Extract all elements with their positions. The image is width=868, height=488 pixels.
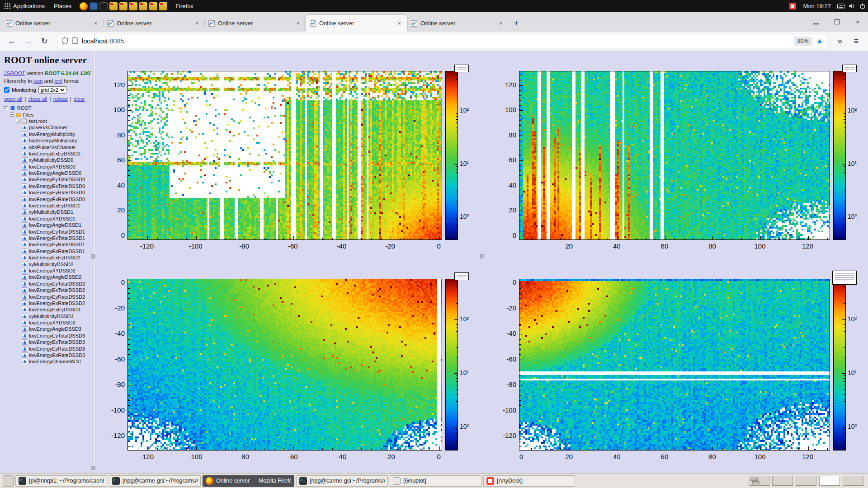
plot-top-left-heatmap-canvas[interactable] xyxy=(127,71,442,240)
workspace-5[interactable] xyxy=(843,476,863,486)
workspace-2[interactable] xyxy=(772,476,793,486)
monitoring-checkbox[interactable] xyxy=(4,87,9,93)
forward-button[interactable]: → xyxy=(21,34,35,48)
tab-close-icon[interactable]: × xyxy=(497,20,504,27)
action-link-close-all[interactable]: close all xyxy=(28,96,47,102)
tree-item[interactable]: lowEnergyExEyDSSD3 xyxy=(29,307,80,312)
anydesk-tray-icon[interactable] xyxy=(789,3,796,9)
app-launcher-icon-4[interactable] xyxy=(139,2,147,10)
tab-close-icon[interactable]: × xyxy=(193,20,200,27)
taskbar-window-4[interactable]: [npg@carme-gsi:~/Programs/caen... xyxy=(296,475,388,487)
tree-item[interactable]: lowEnergyExTotalDSSD2 xyxy=(29,287,85,293)
tree-item[interactable]: lowEnergyExEyDSSD1 xyxy=(29,203,80,208)
tree-item[interactable]: lowEnergyExRateDSSD3 xyxy=(29,352,85,358)
places-menu-button[interactable]: Places xyxy=(49,0,76,12)
layout-select[interactable]: grid 2x2 xyxy=(38,86,66,94)
tree-item[interactable]: lowEnergyExEyDSSD2 xyxy=(29,255,80,260)
stats-box[interactable] xyxy=(842,65,857,72)
workspace-4[interactable] xyxy=(819,476,840,486)
tree-item[interactable]: pulserVsChannel xyxy=(29,125,67,130)
grid-resize-handle-1[interactable] xyxy=(91,254,95,258)
tree-item[interactable]: lowEnergyExTotalDSSD1 xyxy=(29,235,85,241)
tree-item[interactable]: lowEnergyEyTotalDSSD2 xyxy=(29,281,85,286)
tree-item[interactable]: lowEnergyAngleDSSD1 xyxy=(29,222,81,228)
collapse-icon[interactable] xyxy=(16,119,20,123)
tree-item[interactable]: lowEnergyEyRateDSSD0 xyxy=(29,190,85,195)
tree-node-root[interactable]: ROOT xyxy=(17,105,32,111)
tab-online-server-4[interactable]: Online server× xyxy=(306,15,407,32)
focused-app-label[interactable]: Firefox xyxy=(171,0,198,12)
workspace-1[interactable] xyxy=(749,476,769,486)
grid-resize-handle-3[interactable] xyxy=(91,466,95,470)
tree-item[interactable]: highEnergyMultiplicity xyxy=(29,138,77,143)
taskbar-window-5[interactable]: [Gnuplot] xyxy=(390,475,481,487)
tree-item[interactable]: lowEnergyXYDSSD1 xyxy=(29,216,75,221)
tab-online-server-1[interactable]: Online server× xyxy=(2,15,103,32)
tree-item[interactable]: lowEnergyEyTotalDSSD3 xyxy=(29,333,85,338)
tree-item[interactable]: lowEnergyEyRateDSSD1 xyxy=(29,242,85,247)
terminal-blue-launcher-icon[interactable] xyxy=(90,2,98,10)
action-link-reload[interactable]: reload xyxy=(53,96,68,102)
plot-top-right-heatmap-canvas[interactable] xyxy=(519,71,830,240)
tree-item[interactable]: lowEnergyExRateDSSD1 xyxy=(29,249,85,254)
workspace-3[interactable] xyxy=(796,476,816,486)
clock[interactable]: Mon 19:27 xyxy=(799,0,835,12)
tree-node-files[interactable]: Files xyxy=(23,112,33,117)
tree-item[interactable]: lowEnergyChannelADC xyxy=(29,359,81,364)
json-link[interactable]: json xyxy=(33,78,43,84)
app-launcher-icon-3[interactable] xyxy=(129,2,137,10)
taskbar-window-1[interactable]: [pi@nnrpi1: ~/Programs/caenlogg... xyxy=(15,475,107,487)
xml-link[interactable]: xml xyxy=(54,78,62,84)
action-link-open-all[interactable]: open all xyxy=(4,96,22,102)
app-launcher-icon-5[interactable] xyxy=(149,2,157,10)
stats-box[interactable] xyxy=(454,65,469,72)
tree-item[interactable]: lowEnergyAngleDSSD3 xyxy=(29,326,81,332)
tree-item[interactable]: xyMultiplicityDSSD2 xyxy=(29,262,73,267)
tree-item[interactable]: absPulserVsChannel xyxy=(29,145,75,150)
tree-item[interactable]: lowEnergyExRateDSSD2 xyxy=(29,300,85,306)
plot-bottom-left-heatmap-canvas[interactable] xyxy=(127,279,442,450)
stats-box[interactable] xyxy=(832,271,857,285)
tab-online-server-2[interactable]: Online server× xyxy=(103,15,204,32)
zoom-indicator[interactable]: 80% xyxy=(794,37,812,46)
site-info-icon[interactable] xyxy=(72,37,78,45)
app-launcher-icon-6[interactable] xyxy=(159,2,167,10)
tree-item[interactable]: lowEnergyEyRateDSSD2 xyxy=(29,294,85,300)
new-tab-button[interactable]: + xyxy=(509,16,524,30)
grid-resize-handle-2[interactable] xyxy=(480,254,484,258)
taskbar-window-3[interactable]: Online server — Mozilla Firefox xyxy=(203,475,294,487)
app-menu-button[interactable]: ≡ xyxy=(849,34,863,48)
url-bar[interactable]: localhost:8085 80% ★ xyxy=(57,34,827,48)
action-link-clear[interactable]: clear xyxy=(74,96,85,102)
reload-button[interactable]: ↻ xyxy=(37,34,52,48)
input-source-icon[interactable] xyxy=(835,0,846,12)
firefox-launcher-icon[interactable] xyxy=(80,2,88,10)
tree-item[interactable]: lowEnergyEyTotalDSSD0 xyxy=(29,177,85,182)
tree-item[interactable]: lowEnergyExTotalDSSD3 xyxy=(29,339,85,345)
app-launcher-icon-1[interactable] xyxy=(109,2,118,10)
overflow-menu-button[interactable]: » xyxy=(833,34,847,48)
back-button[interactable]: ← xyxy=(5,34,19,48)
power-icon[interactable] xyxy=(857,0,868,12)
tab-close-icon[interactable]: × xyxy=(92,20,99,27)
window-maximize-button[interactable] xyxy=(826,12,847,32)
url-text[interactable]: localhost:8085 xyxy=(82,38,790,45)
tree-item[interactable]: lowEnergyEyRateDSSD3 xyxy=(29,346,85,352)
app-launcher-icon-2[interactable] xyxy=(119,2,127,10)
tree-item[interactable]: lowEnergyMultiplicity xyxy=(29,131,75,137)
show-desktop-button[interactable] xyxy=(3,475,14,487)
tree-item[interactable]: lowEnergyExTotalDSSD0 xyxy=(29,183,85,189)
tree-item[interactable]: xyMultiplicityDSSD1 xyxy=(29,209,73,215)
tree-item[interactable]: xyMultiplicityDSSD3 xyxy=(29,314,73,319)
collapse-icon[interactable] xyxy=(10,113,14,117)
tree-node-test-root[interactable]: test.root xyxy=(29,118,47,124)
tab-online-server-5[interactable]: Online server× xyxy=(407,15,508,32)
applications-menu-button[interactable]: Applications xyxy=(0,0,49,12)
tab-close-icon[interactable]: × xyxy=(396,20,403,27)
window-minimize-button[interactable] xyxy=(806,12,826,32)
taskbar-window-2[interactable]: [npg@carme-gsi:~/Programs/CAR... xyxy=(109,475,201,487)
tree-item[interactable]: lowEnergyAngleDSSD0 xyxy=(29,170,81,176)
volume-icon[interactable] xyxy=(846,0,857,12)
tree-item[interactable]: lowEnergyXYDSSD3 xyxy=(29,320,75,325)
terminal-dark-launcher-icon[interactable] xyxy=(99,2,108,10)
